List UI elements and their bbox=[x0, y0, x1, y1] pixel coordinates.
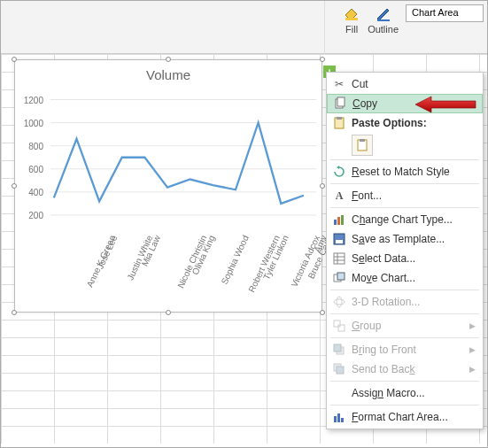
svg-rect-14 bbox=[334, 220, 337, 225]
menu-format-chart-area[interactable]: Format Chart Area... bbox=[327, 407, 483, 427]
menu-cut[interactable]: ✂ Cut bbox=[327, 74, 483, 94]
x-axis-labels: Anne K GreenJose LeeJustin WhiteMia LawN… bbox=[50, 230, 316, 301]
chart-type-icon bbox=[330, 213, 348, 226]
svg-rect-15 bbox=[337, 217, 340, 225]
svg-rect-0 bbox=[345, 18, 358, 20]
y-tick: 800 bbox=[28, 141, 43, 151]
font-icon: A bbox=[330, 189, 348, 203]
menu-select-data[interactable]: Select Data... bbox=[327, 249, 483, 268]
svg-rect-33 bbox=[334, 416, 337, 422]
fill-icon bbox=[343, 4, 360, 22]
y-tick: 600 bbox=[28, 164, 43, 174]
save-template-icon bbox=[330, 233, 348, 245]
svg-rect-18 bbox=[336, 240, 343, 243]
menu-paste-options-header: Paste Options: bbox=[327, 113, 483, 133]
group-icon bbox=[330, 320, 348, 332]
outline-button[interactable]: Outline bbox=[368, 4, 399, 50]
svg-rect-16 bbox=[341, 215, 344, 225]
paste-keep-source-button[interactable] bbox=[352, 135, 373, 156]
plot-area[interactable] bbox=[50, 94, 316, 227]
menu-send-to-back: Send to Back ▶ bbox=[327, 359, 483, 379]
menu-move-chart[interactable]: Move Chart... bbox=[327, 268, 483, 288]
svg-rect-13 bbox=[360, 139, 365, 142]
menu-font[interactable]: A Font... bbox=[327, 186, 483, 205]
copy-icon bbox=[331, 97, 349, 110]
svg-rect-24 bbox=[337, 273, 345, 280]
y-axis: 20040060080010001200 bbox=[15, 94, 47, 227]
menu-bring-to-front: Bring to Front ▶ bbox=[327, 340, 483, 359]
menu-save-template[interactable]: Save as Template... bbox=[327, 229, 483, 249]
menu-reset-match-style[interactable]: Reset to Match Style bbox=[327, 162, 483, 182]
outline-icon bbox=[375, 4, 392, 22]
svg-rect-35 bbox=[341, 418, 344, 422]
svg-rect-32 bbox=[337, 367, 344, 374]
scissors-icon: ✂ bbox=[330, 78, 348, 90]
svg-rect-27 bbox=[334, 321, 340, 327]
y-tick: 1000 bbox=[24, 118, 43, 127]
menu-change-chart-type[interactable]: Change Chart Type... bbox=[327, 210, 483, 229]
move-chart-icon bbox=[330, 272, 348, 284]
chart-title[interactable]: Volume bbox=[15, 60, 321, 86]
svg-rect-28 bbox=[338, 325, 345, 331]
reset-icon bbox=[330, 166, 348, 178]
y-tick: 200 bbox=[28, 210, 43, 220]
format-area-icon bbox=[330, 411, 348, 423]
paste-option-buttons bbox=[327, 133, 483, 158]
svg-rect-1 bbox=[377, 19, 390, 21]
svg-point-26 bbox=[337, 297, 342, 307]
paste-icon bbox=[330, 117, 348, 129]
menu-3d-rotation: 3-D Rotation... bbox=[327, 292, 483, 312]
svg-rect-11 bbox=[337, 117, 342, 120]
menu-group: Group ▶ bbox=[327, 316, 483, 336]
fill-button[interactable]: Fill bbox=[343, 4, 360, 50]
svg-rect-9 bbox=[337, 97, 345, 106]
x-label: Sophia Wood bbox=[219, 234, 250, 286]
y-tick: 1200 bbox=[24, 95, 43, 104]
svg-rect-34 bbox=[337, 413, 340, 422]
chart-element-selector[interactable]: Chart Area bbox=[406, 4, 484, 22]
fill-label: Fill bbox=[345, 24, 358, 35]
y-tick: 400 bbox=[28, 187, 43, 197]
svg-rect-19 bbox=[334, 253, 345, 264]
embedded-chart[interactable]: Volume 20040060080010001200 Anne K Green… bbox=[14, 59, 322, 313]
menu-copy[interactable]: Copy bbox=[327, 94, 483, 113]
line-series bbox=[50, 94, 316, 227]
rotation-icon bbox=[330, 296, 348, 308]
svg-rect-30 bbox=[334, 344, 341, 351]
bring-front-icon bbox=[330, 344, 348, 356]
ribbon-fragment: Fill Outline Chart Area bbox=[1, 1, 488, 54]
send-back-icon bbox=[330, 363, 348, 375]
outline-label: Outline bbox=[368, 24, 399, 35]
svg-point-25 bbox=[334, 299, 345, 305]
select-data-icon bbox=[330, 252, 348, 265]
chart-context-menu: ✂ Cut Copy Paste Options: Reset to Match… bbox=[326, 72, 484, 429]
menu-assign-macro[interactable]: Assign Macro... bbox=[327, 383, 483, 403]
